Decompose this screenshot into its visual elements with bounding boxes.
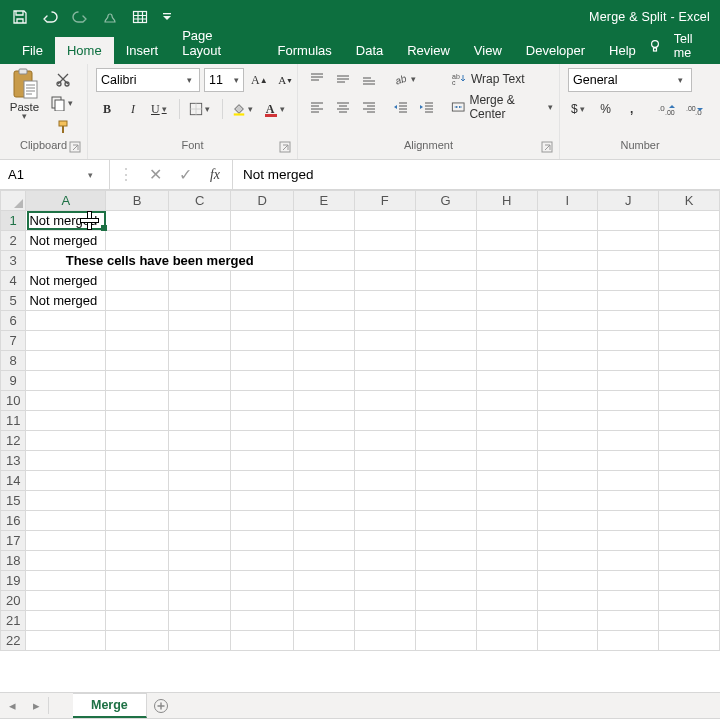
cell[interactable] (598, 631, 659, 651)
cell[interactable] (168, 351, 231, 371)
cell[interactable] (293, 591, 354, 611)
cell[interactable] (476, 371, 537, 391)
cell[interactable] (168, 471, 231, 491)
increase-decimal-button[interactable]: .0.00 (655, 98, 679, 120)
number-format-select[interactable]: General ▾ (568, 68, 692, 92)
cell[interactable] (659, 411, 720, 431)
cell[interactable] (415, 391, 476, 411)
cell[interactable] (293, 351, 354, 371)
cell[interactable] (26, 331, 106, 351)
tab-home[interactable]: Home (55, 37, 114, 64)
worksheet-grid[interactable]: A B C D E F G H I J K 1Not merged2Not me… (0, 190, 720, 692)
increase-indent-button[interactable] (416, 96, 438, 118)
cell[interactable] (231, 571, 294, 591)
cell[interactable] (598, 371, 659, 391)
align-right-button[interactable] (358, 96, 380, 118)
cell[interactable] (26, 571, 106, 591)
underline-button[interactable]: U▾ (148, 98, 173, 120)
cell[interactable] (659, 431, 720, 451)
cell[interactable] (293, 371, 354, 391)
cell[interactable] (26, 491, 106, 511)
cell[interactable] (476, 231, 537, 251)
tab-help[interactable]: Help (597, 37, 648, 64)
cell[interactable] (26, 531, 106, 551)
decrease-indent-button[interactable] (390, 96, 412, 118)
cell[interactable] (659, 611, 720, 631)
cell[interactable] (106, 331, 169, 351)
decrease-font-button[interactable]: A▼ (275, 69, 297, 91)
cell[interactable] (659, 451, 720, 471)
row-header-1[interactable]: 1 (1, 211, 26, 231)
cell[interactable] (354, 211, 415, 231)
cell[interactable] (598, 231, 659, 251)
cell[interactable] (537, 471, 598, 491)
row-header-13[interactable]: 13 (1, 451, 26, 471)
cell[interactable] (598, 491, 659, 511)
cell[interactable] (354, 531, 415, 551)
row-header-5[interactable]: 5 (1, 291, 26, 311)
col-header-H[interactable]: H (476, 191, 537, 211)
col-header-J[interactable]: J (598, 191, 659, 211)
sheet-tab-active[interactable]: Merge (73, 693, 147, 718)
cell[interactable] (168, 591, 231, 611)
cell[interactable] (537, 251, 598, 271)
cell[interactable] (598, 571, 659, 591)
formula-input[interactable] (243, 167, 710, 182)
col-header-C[interactable]: C (168, 191, 231, 211)
cell[interactable] (537, 371, 598, 391)
cell[interactable] (476, 291, 537, 311)
cell[interactable] (231, 511, 294, 531)
cell[interactable] (168, 211, 231, 231)
cell[interactable] (293, 491, 354, 511)
cell[interactable] (231, 471, 294, 491)
cell[interactable] (231, 211, 294, 231)
cell[interactable] (537, 231, 598, 251)
name-box[interactable]: ▾ (0, 160, 110, 189)
row-header-15[interactable]: 15 (1, 491, 26, 511)
cell[interactable] (415, 611, 476, 631)
cell[interactable] (598, 531, 659, 551)
cell[interactable] (415, 411, 476, 431)
cell[interactable] (476, 611, 537, 631)
row-header-22[interactable]: 22 (1, 631, 26, 651)
row-header-6[interactable]: 6 (1, 311, 26, 331)
cell[interactable] (598, 391, 659, 411)
align-top-button[interactable] (306, 68, 328, 90)
cell[interactable] (537, 211, 598, 231)
cell[interactable] (537, 451, 598, 471)
align-center-button[interactable] (332, 96, 354, 118)
row-header-18[interactable]: 18 (1, 551, 26, 571)
cell[interactable] (106, 471, 169, 491)
cell[interactable] (354, 251, 415, 271)
cell[interactable] (231, 451, 294, 471)
cell[interactable] (598, 511, 659, 531)
cell[interactable] (293, 271, 354, 291)
cell[interactable]: Not merged (26, 231, 106, 251)
cell[interactable] (26, 351, 106, 371)
align-bottom-button[interactable] (358, 68, 380, 90)
cell[interactable] (168, 571, 231, 591)
row-header-19[interactable]: 19 (1, 571, 26, 591)
cell[interactable] (168, 331, 231, 351)
cell[interactable] (168, 451, 231, 471)
cell[interactable] (293, 611, 354, 631)
cell[interactable] (231, 351, 294, 371)
cell[interactable] (231, 411, 294, 431)
cell[interactable] (106, 491, 169, 511)
cell[interactable] (26, 391, 106, 411)
touch-mode-icon[interactable] (102, 9, 118, 25)
cell[interactable] (293, 471, 354, 491)
cell[interactable] (354, 431, 415, 451)
cell[interactable] (659, 231, 720, 251)
cell[interactable] (659, 591, 720, 611)
cell[interactable] (231, 431, 294, 451)
cell[interactable] (537, 531, 598, 551)
cell[interactable] (598, 431, 659, 451)
cell[interactable] (659, 311, 720, 331)
col-header-A[interactable]: A (26, 191, 106, 211)
cell[interactable] (415, 511, 476, 531)
cell[interactable] (106, 351, 169, 371)
orientation-button[interactable]: ab ▾ (390, 68, 422, 90)
cell[interactable] (537, 391, 598, 411)
cell-merged-A3D3[interactable]: These cells have been merged (26, 251, 294, 271)
